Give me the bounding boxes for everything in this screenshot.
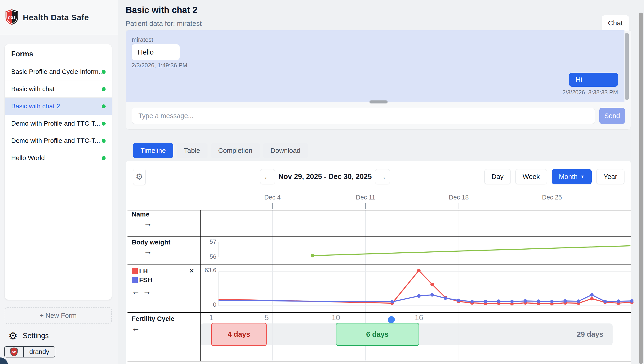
badge-shield-icon: hds	[5, 347, 24, 357]
x-axis-tick-mark	[272, 203, 273, 209]
fsh-legend-swatch	[132, 277, 138, 283]
pan-arrow-left-icon[interactable]: ←	[132, 287, 140, 295]
cycle-phase-segment: 6 days	[336, 323, 419, 346]
today-marker-dot	[388, 316, 395, 323]
next-range-button[interactable]: →	[375, 169, 390, 184]
status-dot-icon	[102, 156, 106, 160]
table-border	[128, 312, 631, 313]
lh-fsh-chart	[218, 271, 631, 306]
x-axis-tick-label: Dec 4	[256, 194, 289, 201]
app-logo-row: hds Health Data Safe	[0, 0, 118, 35]
floating-action-button[interactable]	[0, 357, 8, 364]
new-form-button[interactable]: + New Form	[5, 307, 112, 324]
date-range-label: Nov 29, 2025 - Dec 30, 2025	[277, 169, 373, 184]
y-axis-tick: 63.6	[198, 267, 216, 274]
range-year-button[interactable]: Year	[596, 169, 624, 184]
tab-download[interactable]: Download	[263, 143, 308, 158]
pan-arrow-right-icon[interactable]: →	[143, 287, 151, 295]
forms-panel: Forms Basic Profile and Cycle Inform... …	[5, 44, 112, 300]
resize-drag-handle[interactable]	[370, 100, 388, 103]
sidebar-item-form[interactable]: Demo with Profile and TTC-T...	[5, 115, 112, 132]
cycle-day-label: 5	[257, 313, 276, 322]
caret-down-icon: ▼	[580, 174, 585, 179]
sidebar-item-form[interactable]: Basic with chat	[5, 80, 112, 98]
sidebar-item-form[interactable]: Demo with Profile and TTC-T...	[5, 132, 112, 149]
tab-completion[interactable]: Completion	[211, 143, 260, 158]
app-name: Health Data Safe	[23, 13, 89, 22]
close-row-icon[interactable]: ✕	[189, 267, 194, 275]
svg-text:hds: hds	[8, 15, 16, 19]
table-border	[200, 210, 200, 361]
range-day-button[interactable]: Day	[484, 169, 511, 184]
sidebar: hds Health Data Safe Forms Basic Profile…	[0, 0, 118, 364]
message-bubble-outgoing: Hi	[569, 73, 618, 87]
status-dot-icon	[102, 139, 106, 143]
page-subtitle: Patient data for: miratest	[126, 20, 202, 28]
table-border	[128, 264, 631, 265]
form-item-label: Demo with Profile and TTC-T...	[11, 137, 100, 144]
app-window: hds Health Data Safe Forms Basic Profile…	[0, 0, 644, 364]
x-axis-tick-mark	[552, 203, 552, 209]
arrow-left-icon: ←	[263, 172, 272, 181]
sidebar-item-form-selected[interactable]: Basic with chat 2	[5, 98, 112, 115]
user-badge[interactable]: hds drandy	[4, 346, 55, 357]
form-item-label: Basic with chat 2	[11, 103, 60, 110]
expand-arrow-right-icon[interactable]: →	[144, 247, 152, 255]
cycle-day-label: 10	[327, 313, 345, 322]
x-axis-tick-label: Dec 18	[442, 194, 475, 201]
chat-scrollbar[interactable]	[625, 33, 629, 100]
table-border	[128, 236, 631, 237]
chat-message-input[interactable]	[132, 108, 595, 124]
status-dot-icon	[102, 104, 106, 108]
arrow-right-icon: →	[378, 172, 387, 181]
message-text: Hello	[138, 48, 154, 56]
table-border	[128, 210, 631, 211]
x-axis-tick-label: Dec 11	[349, 194, 382, 201]
message-text: Hi	[576, 76, 582, 84]
range-buttons: Day Week Month ▼ Year	[484, 169, 624, 184]
fsh-legend-label: FSH	[139, 276, 152, 284]
range-button-label: Week	[522, 173, 540, 180]
page-title: Basic with chat 2	[126, 5, 197, 15]
lh-legend-label: LH	[139, 268, 148, 275]
cycle-length-label: 29 days	[552, 323, 603, 345]
range-week-button[interactable]: Week	[515, 169, 547, 184]
form-item-label: Basic with chat	[11, 85, 55, 93]
message-sender: miratest	[132, 36, 153, 43]
row-label-name: Name	[132, 211, 149, 218]
app-shield-logo-icon: hds	[5, 9, 19, 26]
settings-label: Settings	[22, 332, 49, 340]
cycle-day-label: 16	[410, 313, 428, 322]
gear-icon: ⚙	[136, 172, 143, 182]
x-axis-tick-mark	[458, 203, 459, 209]
status-dot-icon	[102, 87, 106, 91]
cycle-day-label: 1	[202, 313, 220, 322]
status-dot-icon	[102, 122, 106, 126]
range-button-label: Year	[604, 173, 617, 180]
expand-arrow-right-icon[interactable]: →	[144, 219, 152, 228]
y-axis-tick: 56	[198, 253, 216, 260]
previous-range-button[interactable]: ←	[260, 169, 275, 184]
cycle-phase-segment: 4 days	[211, 323, 267, 346]
username-label: drandy	[24, 347, 55, 357]
tab-table[interactable]: Table	[176, 143, 208, 158]
row-label-fertility-cycle: Fertility Cycle	[132, 315, 174, 322]
sidebar-item-form[interactable]: Hello World	[5, 149, 112, 167]
tab-chat[interactable]: Chat	[602, 15, 629, 31]
form-item-label: Hello World	[11, 154, 45, 162]
range-month-dropdown-button[interactable]: Month ▼	[552, 169, 592, 184]
form-item-label: Demo with Profile and TTC-T...	[11, 120, 100, 127]
x-axis-tick-mark	[365, 203, 366, 209]
tab-timeline[interactable]: Timeline	[133, 143, 173, 158]
message-bubble-incoming: Hello	[132, 44, 180, 60]
pan-arrow-left-icon[interactable]: ←	[132, 324, 140, 332]
page-scrollbar[interactable]	[639, 13, 643, 364]
sidebar-item-form[interactable]: Basic Profile and Cycle Inform...	[5, 63, 112, 80]
timeline-settings-button[interactable]: ⚙	[133, 169, 146, 185]
status-dot-icon	[102, 70, 106, 74]
settings-button[interactable]: ⚙ Settings	[8, 329, 49, 342]
message-timestamp: 2/3/2026, 1:49:36 PM	[132, 62, 187, 69]
send-button[interactable]: Send	[599, 108, 625, 124]
y-axis-tick: 57	[198, 238, 216, 245]
table-border	[128, 361, 631, 361]
